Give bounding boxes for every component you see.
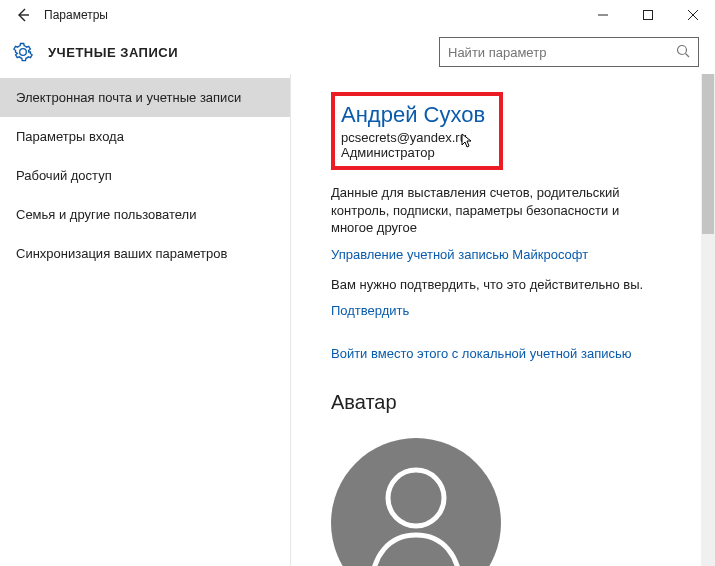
sidebar-item-sync-settings[interactable]: Синхронизация ваших параметров [0, 234, 290, 273]
sidebar-item-label: Электронная почта и учетные записи [16, 90, 241, 105]
signin-local-link[interactable]: Войти вместо этого с локальной учетной з… [331, 346, 695, 361]
manage-account-link[interactable]: Управление учетной записью Майкрософт [331, 247, 695, 262]
search-input[interactable] [448, 45, 676, 60]
svg-rect-0 [643, 11, 652, 20]
content: Электронная почта и учетные записи Парам… [0, 74, 715, 566]
header: УЧЕТНЫЕ ЗАПИСИ [0, 30, 715, 74]
window-title: Параметры [38, 8, 108, 22]
arrow-left-icon [16, 8, 30, 22]
verify-text: Вам нужно подтвердить, что это действите… [331, 276, 661, 294]
search-icon[interactable] [676, 44, 690, 61]
search-input-wrap[interactable] [439, 37, 699, 67]
sidebar-item-signin-options[interactable]: Параметры входа [0, 117, 290, 156]
user-name: Андрей Сухов [341, 102, 485, 128]
svg-point-1 [678, 45, 687, 54]
vertical-scrollbar[interactable] [701, 74, 715, 566]
main-panel: Андрей Сухов pcsecrets@yandex.ru Админис… [290, 74, 715, 566]
billing-description: Данные для выставления счетов, родительс… [331, 184, 661, 237]
minimize-button[interactable] [580, 0, 625, 30]
user-avatar-icon [356, 453, 476, 566]
svg-point-2 [388, 470, 444, 526]
back-button[interactable] [8, 0, 38, 30]
scrollbar-thumb[interactable] [702, 74, 714, 234]
window-controls [580, 0, 715, 30]
user-info-highlight: Андрей Сухов pcsecrets@yandex.ru Админис… [331, 92, 503, 170]
sidebar-item-label: Рабочий доступ [16, 168, 112, 183]
mouse-cursor-icon [461, 133, 473, 152]
verify-link[interactable]: Подтвердить [331, 303, 695, 318]
sidebar-item-label: Параметры входа [16, 129, 124, 144]
sidebar-item-label: Синхронизация ваших параметров [16, 246, 227, 261]
page-title: УЧЕТНЫЕ ЗАПИСИ [34, 45, 178, 60]
avatar-section-title: Аватар [331, 391, 695, 414]
close-icon [688, 10, 698, 20]
maximize-button[interactable] [625, 0, 670, 30]
maximize-icon [643, 10, 653, 20]
sidebar-item-family-users[interactable]: Семья и другие пользователи [0, 195, 290, 234]
avatar-placeholder [331, 438, 501, 566]
minimize-icon [598, 10, 608, 20]
titlebar: Параметры [0, 0, 715, 30]
sidebar-item-email-accounts[interactable]: Электронная почта и учетные записи [0, 78, 290, 117]
settings-gear-icon [12, 41, 34, 63]
close-button[interactable] [670, 0, 715, 30]
sidebar: Электронная почта и учетные записи Парам… [0, 74, 290, 566]
sidebar-item-label: Семья и другие пользователи [16, 207, 196, 222]
sidebar-item-work-access[interactable]: Рабочий доступ [0, 156, 290, 195]
